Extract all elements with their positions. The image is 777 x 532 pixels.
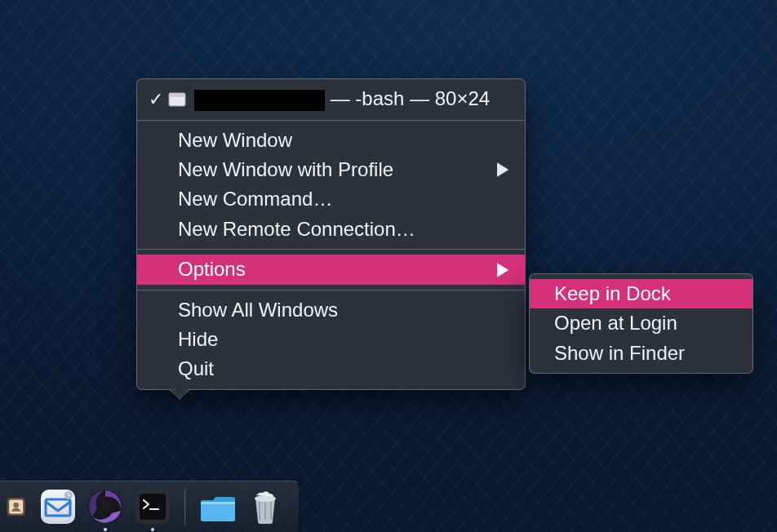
checkmark-icon: ✓	[147, 90, 165, 109]
menu-item-hide[interactable]: Hide	[137, 325, 525, 354]
svg-point-2	[13, 503, 19, 508]
svg-rect-15	[169, 93, 185, 97]
menu-item-label: Keep in Dock	[554, 283, 736, 304]
running-indicator	[104, 528, 107, 531]
mail-app-icon[interactable]	[39, 488, 77, 525]
menu-item-new-window[interactable]: New Window	[137, 126, 525, 155]
submenu-chevron-icon: ▶	[497, 160, 508, 180]
dock-separator	[184, 489, 186, 525]
browser-app-icon[interactable]	[87, 488, 124, 525]
window-icon	[168, 92, 186, 107]
menu-separator	[137, 249, 525, 250]
menu-item-new-command[interactable]: New Command…	[137, 184, 525, 214]
menu-separator	[137, 290, 525, 290]
menu-item-options[interactable]: Options ▶	[137, 255, 525, 284]
menu-item-label: Options	[178, 259, 497, 280]
menu-separator	[137, 120, 525, 121]
submenu-item-keep-in-dock[interactable]: Keep in Dock	[530, 279, 753, 308]
trash-icon[interactable]	[246, 488, 284, 525]
window-title: — -bash — 80×24	[194, 88, 508, 111]
menu-item-label: Quit	[178, 358, 508, 379]
dock	[0, 478, 312, 532]
menu-item-label: Show in Finder	[554, 343, 736, 364]
menu-item-new-remote-connection[interactable]: New Remote Connection…	[137, 215, 525, 244]
submenu-item-show-in-finder[interactable]: Show in Finder	[530, 339, 753, 368]
running-indicator	[151, 528, 154, 531]
dock-surface	[0, 481, 300, 532]
menu-item-show-all-windows[interactable]: Show All Windows	[137, 295, 525, 325]
downloads-folder-icon[interactable]	[199, 488, 237, 525]
svg-rect-11	[201, 502, 235, 521]
svg-rect-9	[140, 494, 166, 520]
options-submenu: Keep in Dock Open at Login Show in Finde…	[529, 273, 753, 374]
redacted-text	[194, 90, 325, 111]
submenu-item-open-at-login[interactable]: Open at Login	[530, 308, 753, 338]
dock-context-menu: ✓ — -bash — 80×24 New Window New Window …	[136, 78, 526, 390]
menu-item-new-window-profile[interactable]: New Window with Profile ▶	[137, 155, 525, 184]
menu-item-quit[interactable]: Quit	[137, 354, 525, 383]
menu-item-label: New Window with Profile	[178, 159, 497, 180]
terminal-app-icon[interactable]	[134, 488, 171, 525]
menu-item-label: Hide	[178, 329, 508, 350]
menu-item-label: Open at Login	[554, 313, 736, 334]
menu-window-entry[interactable]: ✓ — -bash — 80×24	[137, 84, 525, 115]
contacts-app-icon[interactable]	[5, 488, 29, 525]
svg-rect-12	[201, 502, 235, 504]
svg-point-7	[100, 501, 111, 512]
menu-item-label: New Command…	[178, 188, 508, 210]
menu-item-label: Show All Windows	[178, 299, 508, 321]
menu-item-label: New Remote Connection…	[178, 219, 508, 240]
menu-item-label: New Window	[178, 130, 508, 151]
submenu-chevron-icon: ▶	[497, 259, 508, 280]
